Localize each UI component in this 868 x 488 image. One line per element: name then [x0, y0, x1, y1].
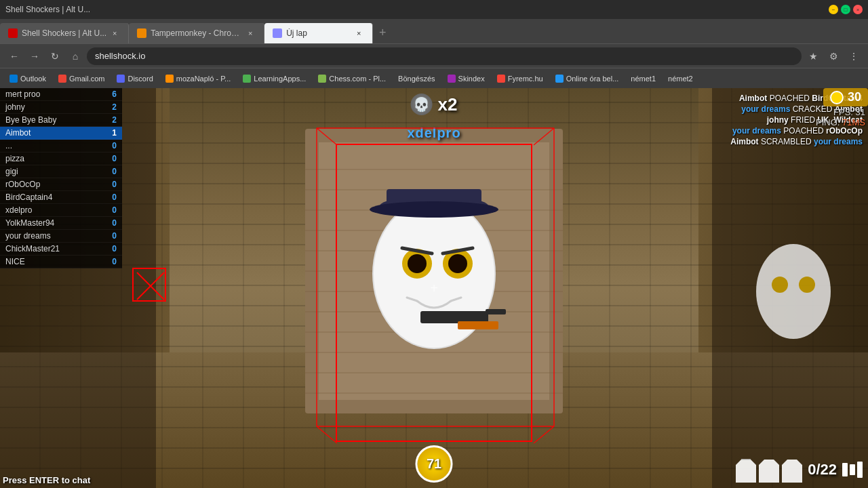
bookmark-chess[interactable]: Chess.com - Pl...	[313, 70, 391, 87]
score-row: ...0	[0, 140, 122, 152]
ping-label: PING:	[816, 117, 842, 127]
score-name: YolkMaster94	[5, 218, 103, 228]
score-name: Bye Bye Baby	[5, 115, 103, 125]
tab-close[interactable]: ×	[109, 28, 120, 39]
bookmark-mozanaplo[interactable]: mozaNapló - P...	[160, 70, 237, 87]
minimize-button[interactable]: −	[829, 5, 838, 14]
browser-chrome: Shell Shockers | Alt U... − □ × Shell Sh…	[0, 0, 868, 88]
score-value: 6	[103, 89, 117, 99]
bookmark-skindex[interactable]: Skindex	[442, 70, 490, 87]
new-tab-button[interactable]: +	[373, 23, 392, 42]
bookmark-icon-moza	[165, 75, 174, 83]
score-row: mert proo6	[0, 88, 122, 101]
bookmark-label-n2: német2	[668, 75, 693, 83]
kill-method-4: POACHED	[783, 126, 826, 136]
stats-panel: 30 FPS: 31 PING: 71MS	[816, 88, 868, 127]
bookmark-label-chess: Chess.com - Pl...	[329, 75, 386, 83]
fps-value: FPS: 31	[833, 107, 865, 117]
bookmark-label: Outlook	[20, 75, 46, 83]
tab-close-new[interactable]: ×	[353, 28, 364, 39]
score-value: 0	[103, 244, 117, 253]
svg-point-67	[799, 277, 815, 293]
kill-killer-4: your dreams	[732, 126, 781, 136]
bookmark-icon-chess	[318, 75, 326, 83]
ammo-wheel: 71	[416, 445, 453, 483]
score-row: gigi0	[0, 165, 122, 178]
tab-shellshockers[interactable]: Shell Shockers | Alt U... ×	[0, 23, 129, 43]
svg-point-66	[772, 277, 788, 293]
bookmark-nemet2[interactable]: német2	[663, 70, 698, 87]
kill-victim-5: your dreams	[814, 137, 863, 146]
score-value: 0	[103, 205, 117, 215]
bookmark-learningapps[interactable]: LearningApps...	[237, 70, 311, 87]
enemy-marker	[132, 268, 166, 302]
score-name: ...	[5, 141, 103, 150]
score-row: ChickMaster210	[0, 243, 122, 256]
score-row: NICE0	[0, 256, 122, 268]
svg-point-41	[408, 254, 427, 273]
title-bar: Shell Shockers | Alt U... − □ ×	[0, 0, 868, 19]
kill-killer-1: Aimbot	[739, 94, 767, 103]
hud-bottom: 71	[416, 445, 453, 483]
bookmark-label-gmail: Gmail.com	[69, 75, 105, 83]
score-name: gigi	[5, 167, 103, 176]
svg-marker-68	[736, 460, 756, 483]
address-bar[interactable]: shellshock.io	[87, 47, 802, 65]
kill-row-4: your dreams POACHED rObOcOp	[646, 126, 863, 136]
window-controls: − □ ×	[829, 5, 863, 14]
score-row: johny2	[0, 101, 122, 114]
bookmark-icon-sk	[448, 75, 456, 83]
tab-tampermonkey[interactable]: Tampermonkey - Chrome... ×	[129, 23, 264, 43]
score-value: 0	[103, 231, 117, 241]
bookmark-icon-gmail	[58, 75, 66, 83]
reload-button[interactable]: ↻	[46, 47, 64, 65]
bookmark-bongeszes[interactable]: Böngészés	[393, 70, 440, 87]
tab-favicon-tm	[137, 28, 146, 38]
gold-icon	[830, 91, 844, 104]
score-row: Aimbot1	[0, 127, 122, 140]
forward-button[interactable]: →	[26, 47, 43, 65]
bookmark-icon	[9, 75, 18, 83]
extension-button[interactable]: ⚙	[825, 47, 842, 65]
kill-killer-3: johny	[767, 115, 789, 125]
ammo-panel: 0/22	[736, 457, 863, 483]
score-value: 2	[103, 115, 117, 125]
maximize-button[interactable]: □	[841, 5, 850, 14]
svg-point-38	[370, 201, 498, 218]
close-button[interactable]: ×	[853, 5, 863, 14]
bookmark-label-fy: Fyremc.hu	[508, 75, 543, 83]
star-button[interactable]: ★	[804, 47, 822, 65]
kill-method-3: FRIED	[791, 115, 817, 125]
score-row: your dreams0	[0, 230, 122, 243]
score-row: rObOcOp0	[0, 178, 122, 191]
bookmark-outlook[interactable]: Outlook	[4, 70, 52, 87]
score-row: Bye Bye Baby2	[0, 114, 122, 127]
skull-icon: 💀	[411, 94, 433, 115]
bookmarks-bar: Outlook Gmail.com Discord mozaNapló - P.…	[0, 68, 868, 88]
kill-row-5: Aimbot SCRAMBLED your dreams	[646, 137, 863, 146]
tab-close-tm[interactable]: ×	[245, 28, 256, 39]
bookmark-online-ora[interactable]: Online óra bel...	[550, 70, 625, 87]
bag-icon-1	[736, 457, 756, 483]
bookmark-gmail[interactable]: Gmail.com	[53, 70, 111, 87]
score-value: 0	[103, 218, 117, 228]
score-name: pizza	[5, 154, 103, 163]
tab-new[interactable]: Új lap ×	[264, 23, 373, 43]
bookmark-nemet1[interactable]: német1	[625, 70, 661, 87]
back-button[interactable]: ←	[5, 47, 23, 65]
bookmark-discord[interactable]: Discord	[111, 70, 158, 87]
menu-button[interactable]: ⋮	[845, 47, 863, 65]
score-name: NICE	[5, 257, 103, 266]
bookmark-label-sk: Skindex	[458, 75, 485, 83]
bookmark-fyremc[interactable]: Fyremc.hu	[492, 70, 549, 87]
ammo-bar-2	[850, 464, 855, 475]
bookmark-label-moza: mozaNapló - P...	[176, 75, 231, 83]
ammo-bar-3	[857, 462, 863, 478]
bookmark-label-discord: Discord	[127, 75, 153, 83]
score-row: pizza0	[0, 152, 122, 165]
tabs-bar: Shell Shockers | Alt U... × Tampermonkey…	[0, 19, 868, 43]
ammo-bar-1	[842, 463, 848, 476]
game-area: mert proo6johny2Bye Bye Baby2Aimbot1...0…	[0, 88, 868, 488]
tab-favicon-new	[273, 28, 282, 38]
home-button[interactable]: ⌂	[66, 47, 84, 65]
